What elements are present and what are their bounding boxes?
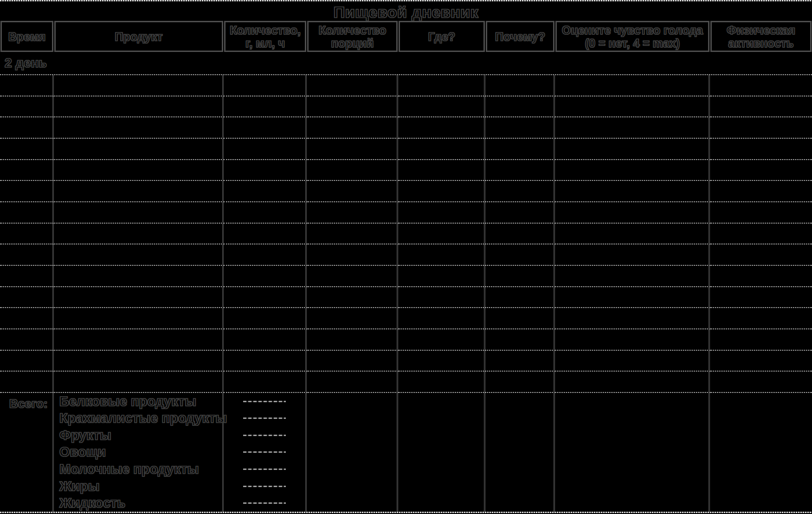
total-category-label: Жиры (59, 479, 100, 494)
empty-diary-cell-r6-c1 (0, 181, 54, 202)
empty-diary-cell-r8-c6 (485, 224, 555, 245)
diary-entries-grid (0, 74, 812, 393)
empty-diary-cell-r12-c1 (0, 308, 54, 329)
page-title: Пищевой дневник (334, 4, 478, 21)
empty-diary-cell-r3-c4 (307, 117, 398, 139)
totals-empty-cell-hunger (555, 393, 710, 512)
column-header-time-label: Время (8, 30, 45, 43)
column-header-activity-label: Физическая активность (727, 24, 795, 50)
empty-diary-cell-r3-c1 (0, 117, 54, 139)
empty-diary-cell-r1-c5 (398, 75, 485, 96)
empty-diary-cell-r8-c8 (710, 224, 812, 245)
empty-diary-cell-r12-c4 (307, 308, 398, 329)
empty-diary-cell-r3-c7 (555, 117, 710, 139)
empty-diary-cell-r7-c7 (555, 202, 710, 224)
empty-diary-cell-r8-c3 (224, 224, 307, 245)
empty-diary-cell-r8-c5 (398, 224, 485, 245)
totals-section: Всего: Белковые продуктыКрахмалистые про… (0, 393, 812, 512)
empty-diary-cell-r12-c3 (224, 308, 307, 329)
empty-diary-cell-r11-c4 (307, 287, 398, 308)
fill-in-blank-dash (224, 495, 305, 512)
empty-diary-cell-r11-c8 (710, 287, 812, 308)
empty-diary-cell-r6-c7 (555, 181, 710, 202)
empty-diary-cell-r1-c8 (710, 75, 812, 96)
total-category-row-6: Жиры (54, 478, 222, 495)
column-header-amount: Количество, г, мл, ч (224, 21, 306, 52)
empty-diary-cell-r10-c7 (555, 266, 710, 287)
empty-diary-cell-r11-c1 (0, 287, 54, 308)
empty-diary-cell-r6-c3 (224, 181, 307, 202)
day-section-row: 2 день (0, 52, 812, 74)
fill-in-blank-dash (224, 427, 305, 444)
empty-diary-cell-r1-c3 (224, 75, 307, 96)
empty-diary-cell-r2-c3 (224, 96, 307, 118)
empty-diary-cell-r2-c7 (555, 96, 710, 118)
empty-diary-cell-r8-c4 (307, 224, 398, 245)
empty-diary-cell-r9-c2 (54, 244, 224, 266)
empty-diary-cell-r3-c2 (54, 117, 224, 139)
empty-diary-cell-r2-c1 (0, 96, 54, 118)
title-row: Пищевой дневник (0, 1, 812, 21)
empty-diary-cell-r14-c4 (307, 351, 398, 372)
empty-diary-cell-r13-c4 (307, 329, 398, 351)
empty-diary-cell-r7-c4 (307, 202, 398, 224)
totals-empty-cell-where (398, 393, 485, 512)
empty-diary-cell-r6-c2 (54, 181, 224, 202)
empty-diary-cell-r5-c4 (307, 160, 398, 181)
food-diary-document: Пищевой дневник Время Продукт Количество… (0, 0, 812, 514)
empty-diary-cell-r10-c1 (0, 266, 54, 287)
empty-diary-cell-r11-c2 (54, 287, 224, 308)
empty-diary-cell-r8-c7 (555, 224, 710, 245)
empty-diary-cell-r10-c6 (485, 266, 555, 287)
column-header-hunger-label: Оцените чувство голода (0 = нет, 4 = max… (562, 24, 703, 50)
empty-diary-cell-r8-c2 (54, 224, 224, 245)
empty-diary-cell-r11-c7 (555, 287, 710, 308)
empty-diary-cell-r1-c4 (307, 75, 398, 96)
empty-diary-cell-r14-c1 (0, 351, 54, 372)
empty-diary-cell-r7-c5 (398, 202, 485, 224)
column-header-why: Почему? (486, 21, 554, 52)
empty-diary-cell-r10-c3 (224, 266, 307, 287)
total-category-label: Молочные продукты (59, 462, 199, 477)
empty-diary-cell-r2-c6 (485, 96, 555, 118)
empty-diary-cell-r6-c8 (710, 181, 812, 202)
empty-diary-cell-r15-c6 (485, 372, 555, 393)
empty-diary-cell-r14-c7 (555, 351, 710, 372)
total-category-label: Овощи (59, 444, 106, 460)
empty-diary-cell-r13-c1 (0, 329, 54, 351)
empty-diary-cell-r11-c5 (398, 287, 485, 308)
total-category-label: Фрукты (59, 428, 111, 443)
empty-diary-cell-r4-c5 (398, 139, 485, 160)
empty-diary-cell-r12-c6 (485, 308, 555, 329)
empty-diary-cell-r15-c4 (307, 372, 398, 393)
empty-diary-cell-r5-c2 (54, 160, 224, 181)
column-header-time: Время (0, 21, 53, 52)
fill-in-blank-dash (224, 393, 305, 410)
column-header-hunger: Оцените чувство голода (0 = нет, 4 = max… (555, 21, 709, 52)
empty-diary-cell-r10-c5 (398, 266, 485, 287)
fill-in-blank-dash (224, 461, 305, 478)
column-header-portions-label: Количество порций (319, 24, 387, 50)
empty-diary-cell-r2-c4 (307, 96, 398, 118)
empty-diary-cell-r6-c4 (307, 181, 398, 202)
empty-diary-cell-r13-c2 (54, 329, 224, 351)
empty-diary-cell-r2-c8 (710, 96, 812, 118)
empty-diary-cell-r4-c7 (555, 139, 710, 160)
empty-diary-cell-r9-c5 (398, 244, 485, 266)
total-category-row-4: Овощи (54, 444, 222, 461)
empty-diary-cell-r3-c6 (485, 117, 555, 139)
empty-diary-cell-r15-c3 (224, 372, 307, 393)
total-category-row-2: Крахмалистые продукты (54, 410, 222, 427)
empty-diary-cell-r5-c6 (485, 160, 555, 181)
total-category-label: Жидкость (59, 495, 125, 511)
empty-diary-cell-r5-c1 (0, 160, 54, 181)
total-category-row-3: Фрукты (54, 427, 222, 444)
empty-diary-cell-r4-c4 (307, 139, 398, 160)
empty-diary-cell-r13-c5 (398, 329, 485, 351)
empty-diary-cell-r5-c5 (398, 160, 485, 181)
empty-diary-cell-r15-c1 (0, 372, 54, 393)
totals-categories-cell: Белковые продуктыКрахмалистые продуктыФр… (54, 393, 224, 512)
empty-diary-cell-r9-c4 (307, 244, 398, 266)
empty-diary-cell-r9-c3 (224, 244, 307, 266)
totals-empty-cell-portions (307, 393, 398, 512)
